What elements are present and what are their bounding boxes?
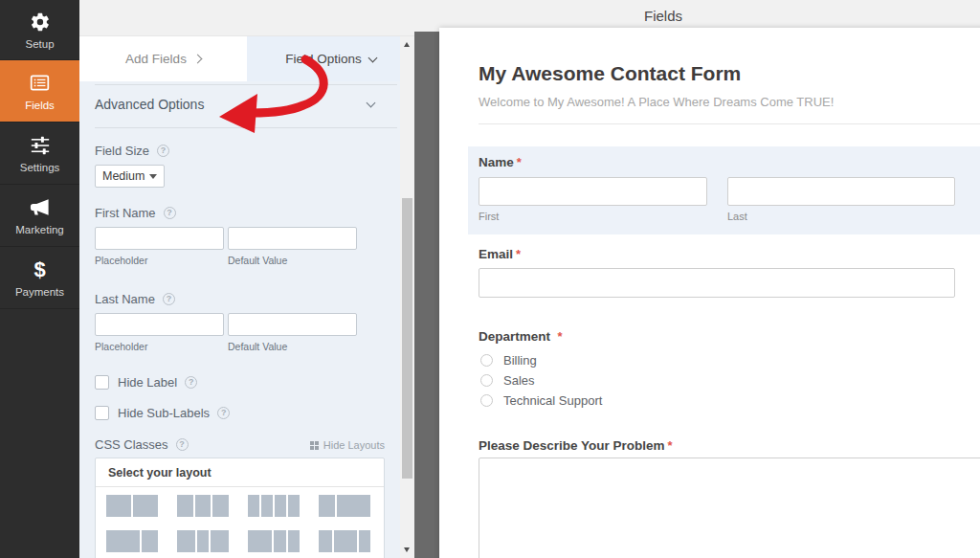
layout-block [197,530,209,552]
hide-label-text: Hide Label [118,375,197,390]
chevron-down-icon [367,99,376,108]
last-name-label: Last Name [95,292,155,306]
list-icon [29,72,52,95]
css-classes-label: CSS Classes [95,437,168,452]
name-last-input[interactable] [727,177,955,206]
layout-option[interactable] [106,495,158,517]
layout-block [133,495,158,517]
layout-block [275,495,286,517]
layout-block [337,495,370,517]
problem-textarea[interactable] [479,458,980,558]
sidebar-item-label: Marketing [15,224,64,235]
layout-block [195,495,212,517]
last-name-default-input[interactable] [228,313,357,336]
hide-label-checkbox[interactable] [95,375,109,390]
layout-option[interactable] [248,530,300,552]
name-first-sublabel: First [479,211,499,222]
layout-option[interactable] [106,530,158,552]
field-size-select[interactable]: Medium [95,165,165,188]
advanced-options-toggle[interactable]: Advanced Options [95,97,382,112]
radio-option-technical-support[interactable]: Technical Support [480,393,602,408]
layout-block [106,530,140,552]
email-field-label-row: Email* [479,245,521,262]
name-last-sublabel: Last [727,211,747,222]
layout-option[interactable] [248,495,300,517]
sidebar-item-settings[interactable]: Settings [0,123,79,185]
help-icon[interactable] [185,376,197,389]
sidebar-item-payments[interactable]: $ Payments [0,247,79,309]
panel-scrollbar[interactable] [400,36,414,558]
help-icon[interactable] [163,293,175,305]
required-mark: * [516,247,521,261]
hide-layouts-toggle[interactable]: Hide Layouts [310,439,385,451]
email-input[interactable] [479,268,955,298]
scroll-down-icon[interactable] [404,547,410,552]
radio-icon[interactable] [480,354,493,367]
help-icon[interactable] [217,407,230,419]
hide-sub-labels-checkbox[interactable] [95,406,109,420]
layout-block [212,495,229,517]
placeholder-sublabel: Placeholder [95,341,147,352]
first-name-label-row: First Name [95,206,176,220]
field-size-label-row: Field Size [95,144,169,158]
megaphone-icon [29,196,52,219]
layout-block [177,530,195,552]
layout-block [248,495,259,517]
name-field-selected[interactable]: Name* First Last [468,146,980,234]
builder-sidebar: Setup Fields Settings Marketing $ Paymen… [0,0,79,558]
first-name-default-input[interactable] [228,227,357,250]
layout-option[interactable] [319,495,370,517]
scroll-up-icon[interactable] [404,42,410,47]
advanced-options-title: Advanced Options [95,97,204,112]
default-value-sublabel: Default Value [228,341,287,352]
form-preview-area: Fields My Awesome Contact Form Welcome t… [414,0,980,558]
scrollbar-thumb[interactable] [402,198,412,479]
grid-icon [310,441,319,450]
layout-block [274,530,286,552]
hide-sub-labels-text: Hide Sub-Labels [118,406,230,420]
layout-row [96,495,384,517]
tab-field-options[interactable]: Field Options [247,36,414,81]
radio-icon[interactable] [480,394,493,407]
radio-icon[interactable] [480,374,493,387]
layout-option[interactable] [319,530,370,552]
radio-option-billing[interactable]: Billing [480,353,537,368]
hide-label-row: Hide Label [95,375,197,390]
layout-block [288,530,301,552]
section-divider [95,84,397,85]
help-icon[interactable] [176,438,189,451]
form-description: Welcome to My Awesome! A Place Where Dre… [479,95,834,109]
tab-label: Add Fields [125,52,187,66]
form-title: My Awesome Contact Form [479,62,741,85]
radio-option-label: Sales [503,373,535,388]
help-icon[interactable] [157,145,169,157]
layout-block [319,495,335,517]
name-first-input[interactable] [479,177,707,206]
first-name-placeholder-input[interactable] [95,227,224,250]
panel-top-strip [79,0,414,36]
radio-option-sales[interactable]: Sales [480,373,535,388]
layout-block [142,530,158,552]
radio-option-label: Technical Support [503,393,602,408]
layout-picker-title: Select your layout [96,458,384,487]
required-mark: * [557,329,562,344]
sidebar-item-label: Settings [20,162,60,173]
form-preview-panel: My Awesome Contact Form Welcome to My Aw… [439,28,980,558]
sidebar-item-fields[interactable]: Fields [0,60,79,123]
field-size-label: Field Size [95,144,149,158]
sidebar-item-setup[interactable]: Setup [0,0,79,60]
chevron-right-icon [192,55,202,64]
sidebar-item-marketing[interactable]: Marketing [0,185,79,247]
layout-picker: Select your layout [95,458,385,558]
tab-add-fields[interactable]: Add Fields [79,36,247,81]
layout-block [288,495,300,517]
field-options-panel: Add Fields Field Options Advanced Option… [79,0,414,558]
layout-block [261,495,273,517]
first-name-label: First Name [95,206,156,220]
help-icon[interactable] [164,207,176,219]
layout-option[interactable] [177,530,229,552]
radio-option-label: Billing [503,353,537,368]
name-field-label-row: Name* [479,153,522,170]
layout-option[interactable] [177,495,229,517]
last-name-placeholder-input[interactable] [95,313,224,336]
